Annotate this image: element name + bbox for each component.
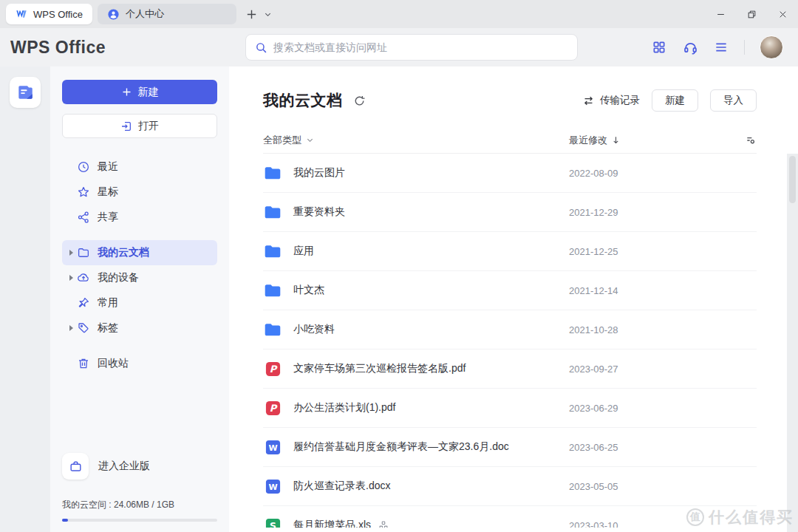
tab-personal-center[interactable]: 个人中心 (98, 4, 236, 24)
sidebar-item-label: 我的云文档 (98, 246, 149, 259)
tab-label: 个人中心 (126, 7, 164, 21)
share-icon (77, 211, 90, 224)
file-name: 应用 (293, 245, 314, 258)
file-row[interactable]: W 履约信誉基础月度金额考评表—文家23.6月.doc 2023-06-25 (263, 428, 757, 467)
minimize-icon (716, 10, 726, 19)
sidebar: 新建 打开 最近 星标 (50, 66, 229, 532)
type-filter-dropdown[interactable]: 全部类型 (263, 134, 569, 147)
sidebar-nav: 最近 星标 共享 我的云文档 (62, 154, 217, 376)
app-rail (0, 66, 50, 532)
import-button[interactable]: 导入 (710, 89, 757, 112)
transfer-records-button[interactable]: 传输记录 (582, 94, 640, 107)
file-date: 2021-12-29 (569, 207, 757, 218)
minimize-button[interactable] (705, 0, 736, 28)
folder-file-icon (263, 321, 282, 338)
sidebar-item-recycle-bin[interactable]: 回收站 (62, 351, 217, 376)
file-date: 2021-12-25 (569, 246, 757, 257)
sidebar-item-my-cloud-docs[interactable]: 我的云文档 (62, 240, 217, 265)
user-icon (107, 8, 120, 21)
user-avatar[interactable] (760, 35, 783, 59)
chevron-down-icon (306, 136, 314, 144)
file-date: 2023-06-29 (569, 403, 757, 414)
search-icon (255, 41, 267, 54)
expand-caret-icon[interactable] (65, 250, 77, 256)
svg-text:W: W (268, 482, 277, 491)
file-row[interactable]: 叶文杰 2021-12-14 (263, 271, 757, 310)
refresh-icon[interactable] (353, 95, 366, 107)
pdf-file-icon: P (263, 360, 282, 378)
header-icon-group (651, 35, 798, 59)
tab-label: WPS Office (33, 9, 83, 20)
filter-bar: 全部类型 最近修改 (263, 127, 757, 154)
sort-control[interactable]: 最近修改 (569, 134, 757, 147)
plus-icon (121, 86, 132, 98)
enterprise-label: 进入企业版 (98, 460, 150, 473)
docs-app-tile[interactable] (10, 77, 41, 108)
sidebar-item-starred[interactable]: 星标 (62, 180, 217, 205)
storage-progressbar (62, 519, 217, 522)
file-name: 办公生活类计划(1).pdf (293, 401, 395, 415)
svg-text:W: W (268, 443, 277, 452)
sidebar-item-my-devices[interactable]: 我的设备 (62, 265, 217, 290)
pdf-file-icon: P (263, 399, 282, 417)
storage-label: 我的云空间 : 24.06MB / 1GB (62, 499, 217, 511)
expand-caret-icon[interactable] (65, 325, 77, 331)
file-name: 每月新增菜品.xls (293, 519, 371, 528)
support-headset-icon[interactable] (682, 39, 698, 55)
chevron-down-icon (264, 10, 272, 18)
file-row[interactable]: P 办公生活类计划(1).pdf 2023-06-29 (263, 389, 757, 428)
file-name: 防火巡查记录表.docx (293, 480, 390, 493)
scrollbar-thumb[interactable] (789, 156, 796, 203)
restore-button[interactable] (736, 0, 767, 28)
folder-icon (77, 246, 90, 259)
close-button[interactable] (767, 0, 798, 28)
window-controls (705, 0, 798, 28)
sidebar-item-label: 我的设备 (98, 271, 139, 284)
file-name: 叶文杰 (293, 284, 324, 297)
apps-grid-icon[interactable] (651, 39, 667, 55)
transfer-icon (582, 95, 595, 107)
file-name: 我的云图片 (293, 166, 345, 180)
scrollbar[interactable] (787, 154, 798, 532)
sidebar-item-shared[interactable]: 共享 (62, 205, 217, 230)
shared-group-icon (378, 520, 389, 528)
file-row[interactable]: 重要资料夹 2021-12-29 (263, 193, 757, 232)
transfer-label: 传输记录 (600, 94, 640, 107)
sidebar-item-frequent[interactable]: 常用 (62, 290, 217, 316)
tab-list-dropdown[interactable] (262, 4, 275, 24)
workspace: 新建 打开 最近 星标 (0, 66, 798, 532)
folder-file-icon (263, 203, 282, 221)
new-button-label: 新建 (138, 86, 159, 99)
search-input[interactable] (273, 41, 568, 53)
file-row[interactable]: P 文家停车场第三次巡检报告签名版.pdf 2023-09-27 (263, 349, 757, 389)
list-view-settings-icon[interactable] (745, 134, 757, 146)
file-row[interactable]: 应用 2021-12-25 (263, 232, 757, 271)
restore-icon (747, 10, 757, 19)
tab-wps-office[interactable]: WPS Office (6, 4, 92, 24)
file-row[interactable]: 我的云图片 2022-08-09 (263, 154, 757, 193)
titlebar: WPS Office 个人中心 (0, 0, 798, 28)
file-row[interactable]: 小吃资料 2021-10-28 (263, 310, 757, 349)
enterprise-entry[interactable]: 进入企业版 (62, 453, 217, 480)
new-tab-button[interactable] (242, 4, 262, 24)
wps-office-wordmark: WPS Office (0, 38, 245, 58)
expand-caret-icon[interactable] (65, 275, 77, 281)
sidebar-item-recent[interactable]: 最近 (62, 154, 217, 180)
sidebar-item-label: 最近 (98, 160, 118, 174)
new-document-button[interactable]: 新建 (62, 80, 217, 104)
search-bar[interactable] (245, 34, 578, 61)
main-menu-icon[interactable] (713, 39, 729, 55)
header-divider (744, 40, 745, 55)
file-row[interactable]: S 每月新增菜品.xls 2023-03-10 (263, 506, 757, 528)
sidebar-item-label: 星标 (98, 185, 118, 199)
file-row[interactable]: W 防火巡查记录表.docx 2023-05-05 (263, 467, 757, 506)
sidebar-item-label: 共享 (98, 211, 118, 224)
sidebar-item-label: 常用 (98, 296, 118, 310)
clock-icon (77, 160, 90, 174)
star-icon (77, 185, 90, 199)
document-icon (16, 83, 35, 102)
new-button[interactable]: 新建 (652, 89, 698, 112)
cloud-storage: 我的云空间 : 24.06MB / 1GB (62, 499, 217, 522)
open-file-button[interactable]: 打开 (62, 114, 217, 138)
sidebar-item-tags[interactable]: 标签 (62, 316, 217, 341)
